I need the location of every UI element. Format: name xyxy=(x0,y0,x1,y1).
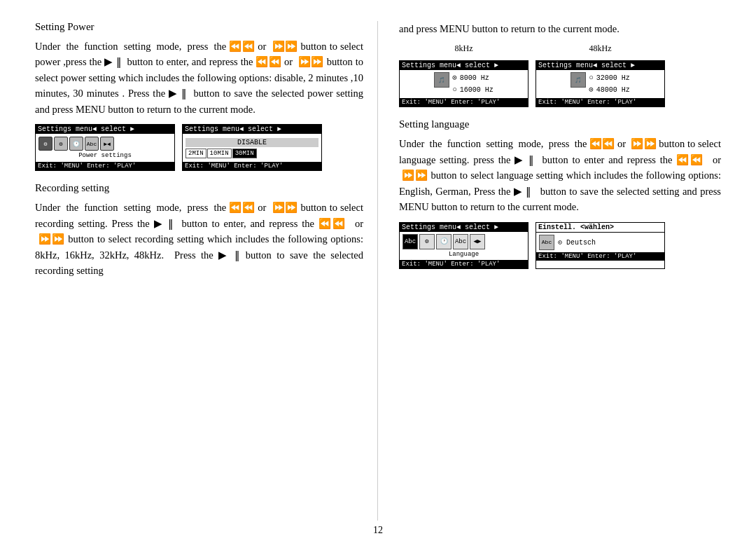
hz-48000: ⊙ 48000 Hz xyxy=(589,84,630,96)
lcd-language-icons: Settings menu◄ select ► Abc ⚙ 🕐 Abc ◀▶ L… xyxy=(399,222,528,269)
lcd1-label: Power settings xyxy=(38,152,172,159)
lcd4-header: Settings menu◄ select ► xyxy=(536,61,664,70)
lcd1-header: Settings menu◄ select ► xyxy=(36,125,174,134)
lcd-row-lang: Settings menu◄ select ► Abc ⚙ 🕐 Abc ◀▶ L… xyxy=(399,222,721,269)
hz-32000: ○ 32000 Hz xyxy=(589,72,630,84)
power-icon-3: 🕐 xyxy=(69,137,83,151)
lcd6-body: Abc ⊙ Deutsch xyxy=(536,233,664,252)
disable-option: DISABLE xyxy=(186,138,318,147)
lcd5-body: Abc ⚙ 🕐 Abc ◀▶ Language xyxy=(400,232,528,260)
lcd5-label: Language xyxy=(402,251,525,258)
power-icon-5: ▶◀ xyxy=(100,137,114,151)
hz-48000-circle: ⊙ xyxy=(589,84,594,96)
lcd3-body: 🎵 ⊙ 8000 Hz ○ 16000 Hz xyxy=(400,70,528,98)
page: Setting Power Under the function setting… xyxy=(0,0,756,550)
lcd2-footer: Exit: 'MENU' Enter: 'PLAY' xyxy=(183,162,321,170)
left-column: Setting Power Under the function setting… xyxy=(35,21,378,521)
lcd-48khz: Settings menu◄ select ► 🎵 ○ 32000 Hz ⊙ 4… xyxy=(536,60,665,107)
power-icon-1: ⚙ xyxy=(38,137,52,151)
right-column: and press MENU button to return to the c… xyxy=(378,21,721,521)
lang-icons-row: Abc ⚙ 🕐 Abc ◀▶ xyxy=(402,234,525,249)
lcd3-header: Settings menu◄ select ► xyxy=(400,61,528,70)
lcd-power-options: Settings menu◄ select ► DISABLE 2MIN 10M… xyxy=(182,124,322,171)
lcd3-thumb: 🎵 xyxy=(434,72,449,88)
lcd-row-power: Settings menu◄ select ► ⚙ ⚙ 🕐 Abc ▶◀ Pow… xyxy=(35,124,363,171)
section3-body: Under the function setting mode, press t… xyxy=(399,136,721,214)
section2-body: Under the function setting mode, press t… xyxy=(35,200,363,278)
lcd-row-hz: Settings menu◄ select ► 🎵 ⊙ 8000 Hz ○ 16… xyxy=(399,60,721,107)
deutsch-icon: Abc xyxy=(539,235,554,250)
lcd6-header: Einstell. <wählen> xyxy=(536,223,664,233)
lcd-8khz: Settings menu◄ select ► 🎵 ⊙ 8000 Hz ○ 16… xyxy=(399,60,528,107)
lang-icon-2: ⚙ xyxy=(419,234,435,249)
hz-8000-circle: ⊙ xyxy=(452,72,457,84)
lcd1-body: ⚙ ⚙ 🕐 Abc ▶◀ Power settings xyxy=(36,134,174,162)
lcd5-footer: Exit: 'MENU' Enter: 'PLAY' xyxy=(400,260,528,268)
deutsch-text: ⊙ Deutsch xyxy=(558,238,596,247)
continuation-text: and press MENU button to return to the c… xyxy=(399,21,721,36)
section3: Setting language Under the function sett… xyxy=(399,118,721,214)
section1-title: Setting Power xyxy=(35,21,363,33)
hz-options-48k: ○ 32000 Hz ⊙ 48000 Hz xyxy=(589,72,630,95)
lcd1-footer: Exit: 'MENU' Enter: 'PLAY' xyxy=(36,162,174,170)
hz-32000-circle: ○ xyxy=(589,72,594,84)
section2-title: Recording setting xyxy=(35,182,363,194)
lcd2-header: Settings menu◄ select ► xyxy=(183,125,321,134)
lcd2-body: DISABLE 2MIN 10MIN 30MIN xyxy=(183,134,321,162)
section3-title: Setting language xyxy=(399,118,721,130)
power-icon-4: Abc xyxy=(85,137,99,151)
lcd6-footer: Exit: 'MENU' Enter: 'PLAY' xyxy=(536,252,664,261)
time-options: 2MIN 10MIN 30MIN xyxy=(186,149,318,158)
lang-icon-5: ◀▶ xyxy=(470,234,485,249)
lang-icon-4: Abc xyxy=(453,234,468,249)
label-48khz: 48kHz xyxy=(536,43,665,54)
lcd3-footer: Exit: 'MENU' Enter: 'PLAY' xyxy=(400,98,528,106)
hz-16000: ○ 16000 Hz xyxy=(452,84,493,96)
lcd4-body: 🎵 ○ 32000 Hz ⊙ 48000 Hz xyxy=(536,70,664,98)
lang-icon-3: 🕐 xyxy=(436,234,451,249)
section1-body: Under the function setting mode, press t… xyxy=(35,39,363,117)
time-2min: 2MIN xyxy=(186,149,206,158)
lcd-einstell: Einstell. <wählen> Abc ⊙ Deutsch Exit: '… xyxy=(536,222,665,269)
power-icon-2: ⚙ xyxy=(54,137,68,151)
lang-icon-1: Abc xyxy=(402,234,418,249)
lcd4-thumb: 🎵 xyxy=(570,72,586,88)
time-10min: 10MIN xyxy=(207,149,232,158)
lcd4-footer: Exit: 'MENU' Enter: 'PLAY' xyxy=(536,98,664,106)
hz-labels-row: 8kHz 48kHz xyxy=(399,43,721,56)
label-8khz: 8kHz xyxy=(399,43,528,54)
lcd-power-icons: Settings menu◄ select ► ⚙ ⚙ 🕐 Abc ▶◀ Pow… xyxy=(35,124,175,171)
time-30min: 30MIN xyxy=(232,149,257,158)
page-number: 12 xyxy=(35,525,721,536)
hz-16000-circle: ○ xyxy=(452,84,457,96)
hz-options-8k: ⊙ 8000 Hz ○ 16000 Hz xyxy=(452,72,493,95)
lcd5-header: Settings menu◄ select ► xyxy=(400,223,528,232)
power-icons-row: ⚙ ⚙ 🕐 Abc ▶◀ xyxy=(38,137,172,151)
hz-8000: ⊙ 8000 Hz xyxy=(452,72,493,84)
